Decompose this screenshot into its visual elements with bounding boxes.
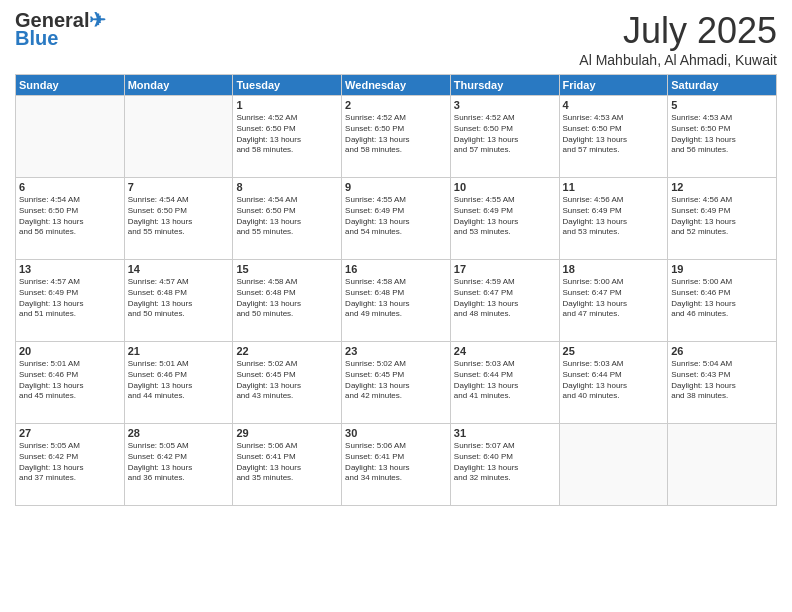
col-header-sunday: Sunday <box>16 75 125 96</box>
day-info: Sunrise: 4:58 AM Sunset: 6:48 PM Dayligh… <box>236 277 338 320</box>
day-number: 14 <box>128 263 230 275</box>
calendar-table: SundayMondayTuesdayWednesdayThursdayFrid… <box>15 74 777 506</box>
day-info: Sunrise: 5:06 AM Sunset: 6:41 PM Dayligh… <box>345 441 447 484</box>
col-header-monday: Monday <box>124 75 233 96</box>
calendar-cell: 30Sunrise: 5:06 AM Sunset: 6:41 PM Dayli… <box>342 424 451 506</box>
day-number: 16 <box>345 263 447 275</box>
week-row-1: 1Sunrise: 4:52 AM Sunset: 6:50 PM Daylig… <box>16 96 777 178</box>
day-number: 9 <box>345 181 447 193</box>
day-info: Sunrise: 4:54 AM Sunset: 6:50 PM Dayligh… <box>236 195 338 238</box>
month-title: July 2025 <box>579 10 777 52</box>
day-info: Sunrise: 4:54 AM Sunset: 6:50 PM Dayligh… <box>128 195 230 238</box>
week-row-2: 6Sunrise: 4:54 AM Sunset: 6:50 PM Daylig… <box>16 178 777 260</box>
calendar-cell: 16Sunrise: 4:58 AM Sunset: 6:48 PM Dayli… <box>342 260 451 342</box>
calendar-cell: 4Sunrise: 4:53 AM Sunset: 6:50 PM Daylig… <box>559 96 668 178</box>
day-number: 19 <box>671 263 773 275</box>
col-header-tuesday: Tuesday <box>233 75 342 96</box>
calendar-cell: 22Sunrise: 5:02 AM Sunset: 6:45 PM Dayli… <box>233 342 342 424</box>
day-number: 23 <box>345 345 447 357</box>
day-info: Sunrise: 5:07 AM Sunset: 6:40 PM Dayligh… <box>454 441 556 484</box>
calendar-cell: 27Sunrise: 5:05 AM Sunset: 6:42 PM Dayli… <box>16 424 125 506</box>
day-info: Sunrise: 5:00 AM Sunset: 6:46 PM Dayligh… <box>671 277 773 320</box>
day-number: 5 <box>671 99 773 111</box>
day-info: Sunrise: 5:04 AM Sunset: 6:43 PM Dayligh… <box>671 359 773 402</box>
col-header-wednesday: Wednesday <box>342 75 451 96</box>
day-info: Sunrise: 4:57 AM Sunset: 6:49 PM Dayligh… <box>19 277 121 320</box>
day-number: 6 <box>19 181 121 193</box>
day-info: Sunrise: 4:52 AM Sunset: 6:50 PM Dayligh… <box>454 113 556 156</box>
day-info: Sunrise: 5:00 AM Sunset: 6:47 PM Dayligh… <box>563 277 665 320</box>
calendar-cell: 6Sunrise: 4:54 AM Sunset: 6:50 PM Daylig… <box>16 178 125 260</box>
calendar-cell: 12Sunrise: 4:56 AM Sunset: 6:49 PM Dayli… <box>668 178 777 260</box>
calendar-cell: 28Sunrise: 5:05 AM Sunset: 6:42 PM Dayli… <box>124 424 233 506</box>
day-info: Sunrise: 5:05 AM Sunset: 6:42 PM Dayligh… <box>19 441 121 484</box>
day-number: 10 <box>454 181 556 193</box>
col-header-saturday: Saturday <box>668 75 777 96</box>
calendar-cell: 25Sunrise: 5:03 AM Sunset: 6:44 PM Dayli… <box>559 342 668 424</box>
day-number: 27 <box>19 427 121 439</box>
day-info: Sunrise: 4:52 AM Sunset: 6:50 PM Dayligh… <box>236 113 338 156</box>
day-number: 7 <box>128 181 230 193</box>
week-row-5: 27Sunrise: 5:05 AM Sunset: 6:42 PM Dayli… <box>16 424 777 506</box>
calendar-cell: 5Sunrise: 4:53 AM Sunset: 6:50 PM Daylig… <box>668 96 777 178</box>
calendar-cell: 21Sunrise: 5:01 AM Sunset: 6:46 PM Dayli… <box>124 342 233 424</box>
day-number: 20 <box>19 345 121 357</box>
day-info: Sunrise: 5:01 AM Sunset: 6:46 PM Dayligh… <box>19 359 121 402</box>
day-info: Sunrise: 4:56 AM Sunset: 6:49 PM Dayligh… <box>563 195 665 238</box>
day-info: Sunrise: 5:01 AM Sunset: 6:46 PM Dayligh… <box>128 359 230 402</box>
calendar-cell: 10Sunrise: 4:55 AM Sunset: 6:49 PM Dayli… <box>450 178 559 260</box>
day-info: Sunrise: 5:02 AM Sunset: 6:45 PM Dayligh… <box>236 359 338 402</box>
calendar-cell: 8Sunrise: 4:54 AM Sunset: 6:50 PM Daylig… <box>233 178 342 260</box>
calendar-cell <box>16 96 125 178</box>
calendar-cell: 14Sunrise: 4:57 AM Sunset: 6:48 PM Dayli… <box>124 260 233 342</box>
calendar-cell: 15Sunrise: 4:58 AM Sunset: 6:48 PM Dayli… <box>233 260 342 342</box>
day-info: Sunrise: 4:53 AM Sunset: 6:50 PM Dayligh… <box>671 113 773 156</box>
col-header-thursday: Thursday <box>450 75 559 96</box>
day-info: Sunrise: 4:55 AM Sunset: 6:49 PM Dayligh… <box>345 195 447 238</box>
location-subtitle: Al Mahbulah, Al Ahmadi, Kuwait <box>579 52 777 68</box>
calendar-cell: 3Sunrise: 4:52 AM Sunset: 6:50 PM Daylig… <box>450 96 559 178</box>
day-info: Sunrise: 4:55 AM Sunset: 6:49 PM Dayligh… <box>454 195 556 238</box>
day-number: 18 <box>563 263 665 275</box>
calendar-cell: 23Sunrise: 5:02 AM Sunset: 6:45 PM Dayli… <box>342 342 451 424</box>
week-row-4: 20Sunrise: 5:01 AM Sunset: 6:46 PM Dayli… <box>16 342 777 424</box>
calendar-cell: 13Sunrise: 4:57 AM Sunset: 6:49 PM Dayli… <box>16 260 125 342</box>
day-info: Sunrise: 4:59 AM Sunset: 6:47 PM Dayligh… <box>454 277 556 320</box>
day-number: 3 <box>454 99 556 111</box>
title-block: July 2025 Al Mahbulah, Al Ahmadi, Kuwait <box>579 10 777 68</box>
calendar-cell: 29Sunrise: 5:06 AM Sunset: 6:41 PM Dayli… <box>233 424 342 506</box>
calendar-cell: 2Sunrise: 4:52 AM Sunset: 6:50 PM Daylig… <box>342 96 451 178</box>
day-info: Sunrise: 5:02 AM Sunset: 6:45 PM Dayligh… <box>345 359 447 402</box>
day-number: 22 <box>236 345 338 357</box>
day-info: Sunrise: 4:53 AM Sunset: 6:50 PM Dayligh… <box>563 113 665 156</box>
calendar-cell: 18Sunrise: 5:00 AM Sunset: 6:47 PM Dayli… <box>559 260 668 342</box>
day-number: 15 <box>236 263 338 275</box>
day-info: Sunrise: 4:54 AM Sunset: 6:50 PM Dayligh… <box>19 195 121 238</box>
day-number: 13 <box>19 263 121 275</box>
day-info: Sunrise: 5:05 AM Sunset: 6:42 PM Dayligh… <box>128 441 230 484</box>
day-number: 21 <box>128 345 230 357</box>
calendar-cell: 17Sunrise: 4:59 AM Sunset: 6:47 PM Dayli… <box>450 260 559 342</box>
day-info: Sunrise: 5:06 AM Sunset: 6:41 PM Dayligh… <box>236 441 338 484</box>
day-info: Sunrise: 4:56 AM Sunset: 6:49 PM Dayligh… <box>671 195 773 238</box>
day-number: 29 <box>236 427 338 439</box>
day-info: Sunrise: 4:52 AM Sunset: 6:50 PM Dayligh… <box>345 113 447 156</box>
day-info: Sunrise: 5:03 AM Sunset: 6:44 PM Dayligh… <box>454 359 556 402</box>
day-info: Sunrise: 4:58 AM Sunset: 6:48 PM Dayligh… <box>345 277 447 320</box>
calendar-cell: 26Sunrise: 5:04 AM Sunset: 6:43 PM Dayli… <box>668 342 777 424</box>
logo-blue: Blue <box>15 28 58 48</box>
calendar-cell <box>559 424 668 506</box>
day-number: 1 <box>236 99 338 111</box>
calendar-cell: 31Sunrise: 5:07 AM Sunset: 6:40 PM Dayli… <box>450 424 559 506</box>
day-number: 12 <box>671 181 773 193</box>
calendar-cell: 20Sunrise: 5:01 AM Sunset: 6:46 PM Dayli… <box>16 342 125 424</box>
calendar-cell <box>668 424 777 506</box>
calendar-cell: 19Sunrise: 5:00 AM Sunset: 6:46 PM Dayli… <box>668 260 777 342</box>
col-header-friday: Friday <box>559 75 668 96</box>
calendar-cell: 24Sunrise: 5:03 AM Sunset: 6:44 PM Dayli… <box>450 342 559 424</box>
calendar-cell: 1Sunrise: 4:52 AM Sunset: 6:50 PM Daylig… <box>233 96 342 178</box>
day-info: Sunrise: 5:03 AM Sunset: 6:44 PM Dayligh… <box>563 359 665 402</box>
day-number: 4 <box>563 99 665 111</box>
day-number: 11 <box>563 181 665 193</box>
day-number: 26 <box>671 345 773 357</box>
